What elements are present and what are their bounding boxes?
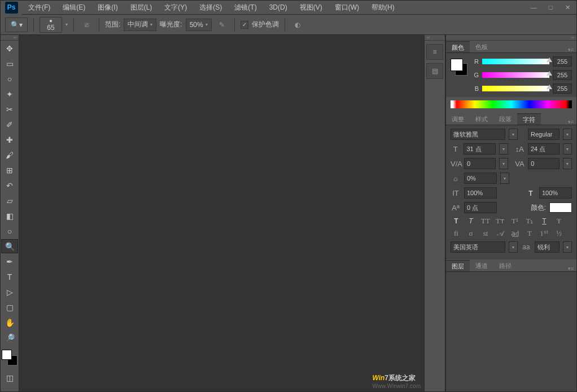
brush-dropdown-arrow[interactable]: ▾ [65, 22, 68, 27]
panels-collapse[interactable]: ›› [446, 35, 576, 41]
g-value[interactable]: 255 [553, 70, 572, 80]
minimize-button[interactable]: — [526, 2, 541, 13]
menu-type[interactable]: 文字(Y) [158, 1, 193, 15]
font-size-input[interactable]: 31 点 [464, 143, 496, 155]
leading-input[interactable]: 24 点 [528, 143, 560, 155]
language-input[interactable]: 美国英语 [451, 241, 505, 253]
slider-thumb[interactable] [547, 58, 552, 62]
range-dropdown[interactable]: 中间调▾ [124, 19, 156, 31]
text-color-chip[interactable] [549, 202, 572, 213]
magic-wand-tool[interactable]: ✦ [1, 87, 18, 101]
menu-layer[interactable]: 图层(L) [124, 1, 159, 15]
dock-info-icon[interactable]: ▤ [426, 63, 443, 79]
crop-tool[interactable]: ✂ [1, 102, 18, 116]
superscript-button[interactable]: T¹ [509, 217, 521, 226]
color-panel-menu[interactable]: ▾≡ [565, 47, 576, 52]
type-tool[interactable]: T [1, 270, 18, 284]
menu-file[interactable]: 文件(F) [22, 1, 56, 15]
quick-mask-tool[interactable]: ◫ [1, 371, 18, 385]
dodge-tool[interactable]: 🔍 [1, 239, 18, 253]
hand-tool[interactable]: ✋ [1, 315, 18, 329]
vscale-input[interactable]: 100% [464, 187, 497, 199]
dock-collapse[interactable]: ‹‹ [425, 35, 445, 41]
tab-paragraph[interactable]: 段落 [493, 113, 517, 125]
tab-color[interactable]: 颜色 [446, 41, 470, 52]
strikethrough-button[interactable]: Ŧ [553, 217, 565, 226]
toolbar-collapse[interactable]: ›› [1, 35, 19, 41]
subscript-button[interactable]: T₁ [524, 217, 535, 226]
b-slider[interactable] [482, 86, 549, 91]
fraction-half-button[interactable]: ½ [553, 229, 565, 238]
foreground-color[interactable] [2, 350, 12, 360]
slider-thumb[interactable] [547, 71, 552, 76]
aa-input[interactable]: 锐利 [535, 241, 559, 253]
language-dd[interactable]: ▾ [509, 241, 518, 253]
move-tool[interactable]: ✥ [1, 41, 18, 55]
brush-panel-icon[interactable]: ⎚ [80, 19, 93, 31]
baseline-input[interactable]: 0 点 [464, 202, 497, 213]
canvas-area[interactable]: Win7系统之家 Www.Winwin7.com [19, 35, 424, 391]
tab-channels[interactable]: 通道 [470, 260, 493, 271]
menu-3d[interactable]: 3D(D) [263, 1, 294, 15]
gradient-tool[interactable]: ◧ [1, 209, 18, 223]
ligature-fi-button[interactable]: fi [451, 229, 462, 238]
tab-layers[interactable]: 图层 [446, 260, 470, 271]
rectangle-tool[interactable]: ▢ [1, 300, 18, 314]
aa-dd[interactable]: ▾ [563, 241, 572, 253]
tab-adjustments[interactable]: 调整 [446, 113, 470, 125]
layers-panel-menu[interactable]: ▾≡ [565, 266, 576, 271]
path-selection-tool[interactable]: ▷ [1, 285, 18, 299]
r-slider[interactable] [482, 59, 549, 64]
scale-dd[interactable]: ▾ [500, 173, 509, 184]
smallcaps-button[interactable]: Tᴛ [495, 217, 506, 226]
kerning-input[interactable]: 0 [464, 158, 496, 169]
history-brush-tool[interactable]: ↶ [1, 178, 18, 192]
dock-histogram-icon[interactable]: ≡ [426, 44, 443, 60]
menu-view[interactable]: 视图(V) [294, 1, 329, 15]
brush-tool[interactable]: 🖌 [1, 148, 18, 162]
clone-stamp-tool[interactable]: ⊞ [1, 163, 18, 177]
leading-dd[interactable]: ▾ [563, 143, 572, 155]
b-value[interactable]: 255 [553, 83, 572, 94]
scale-input[interactable]: 0% [464, 173, 497, 184]
eyedropper-tool[interactable]: ✐ [1, 117, 18, 131]
font-style-input[interactable]: Regular [528, 129, 559, 140]
slider-thumb[interactable] [547, 85, 552, 89]
pen-tool[interactable]: ✒ [1, 254, 18, 268]
color-ramp[interactable] [451, 100, 572, 108]
blur-tool[interactable]: ○ [1, 224, 18, 238]
kerning-dd[interactable]: ▾ [499, 158, 508, 169]
exposure-dropdown[interactable]: 50%▾ [186, 19, 212, 31]
maximize-button[interactable]: □ [543, 2, 558, 13]
swash-button[interactable]: 𝒜 [495, 229, 506, 238]
allcaps-button[interactable]: TT [480, 217, 491, 226]
menu-help[interactable]: 帮助(H) [365, 1, 401, 15]
char-panel-menu[interactable]: ▾≡ [565, 119, 576, 125]
underline-button[interactable]: T [539, 217, 550, 226]
fraction-1st-button[interactable]: 1ˢᵗ [539, 229, 550, 238]
titling-button[interactable]: a͟d [509, 229, 521, 238]
stylistic-st-button[interactable]: st [480, 229, 491, 238]
close-button[interactable]: ✕ [559, 2, 575, 13]
tab-paths[interactable]: 路径 [493, 260, 517, 271]
tab-character[interactable]: 字符 [517, 113, 541, 125]
font-size-dd[interactable]: ▾ [499, 143, 508, 155]
bold-button[interactable]: T [451, 217, 462, 226]
eraser-tool[interactable]: ▱ [1, 193, 18, 208]
panel-foreground-color[interactable] [451, 59, 463, 71]
brush-picker[interactable]: ● 65 [40, 17, 62, 33]
menu-select[interactable]: 选择(S) [193, 1, 228, 15]
menu-filter[interactable]: 滤镜(T) [228, 1, 263, 15]
menu-image[interactable]: 图像(I) [91, 1, 124, 15]
oldstyle-button[interactable]: T [524, 229, 535, 238]
font-family-dd[interactable]: ▾ [509, 129, 518, 140]
tool-preset-picker[interactable]: 🔍▾ [5, 17, 28, 32]
tab-styles[interactable]: 样式 [470, 113, 493, 125]
marquee-tool[interactable]: ▭ [1, 56, 18, 71]
airbrush-icon[interactable]: ✎ [215, 19, 229, 31]
tracking-dd[interactable]: ▾ [563, 158, 572, 169]
hscale-input[interactable]: 100% [539, 187, 572, 199]
healing-brush-tool[interactable]: ✚ [1, 133, 18, 147]
menu-window[interactable]: 窗口(W) [329, 1, 365, 15]
zoom-tool[interactable]: 🔎 [1, 331, 18, 345]
